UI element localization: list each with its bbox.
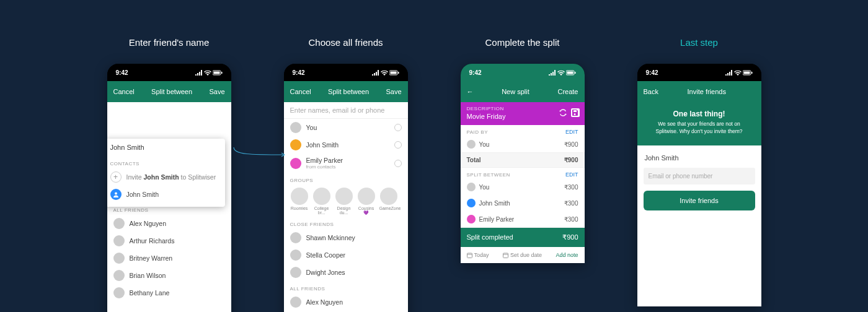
status-bar: 9:42 [637,64,761,81]
edit-split[interactable]: EDIT [565,171,578,178]
paid-by-header: PAID BY EDIT [461,125,585,136]
selected-person-row[interactable]: You [284,119,408,136]
svg-rect-16 [751,72,753,74]
nav-bar: New split Create [461,81,585,102]
split-completed-bar: Split completed ₹900 [461,228,585,247]
due-date[interactable]: Set due date [503,252,542,258]
split-row: Emily Parker ₹300 [461,211,585,228]
status-icons [372,70,399,76]
create-button[interactable]: Create [557,88,578,95]
phone-screen-4: 9:42 Back Invite friends One last thing!… [637,64,761,306]
selected-person-row[interactable]: Emily Parkerfrom contacts [284,154,408,173]
status-time: 9:42 [293,69,305,76]
nav-bar: Back Invite friends [637,81,761,102]
svg-rect-2 [221,72,223,74]
status-time: 9:42 [646,69,658,76]
nav-bar: Cancel Split between Save [284,81,408,102]
status-icons [725,70,753,76]
svg-point-3 [115,193,117,195]
caption-enter-name: Enter friend's name [129,37,210,48]
svg-rect-8 [567,71,573,74]
add-note[interactable]: Add note [556,252,578,258]
groups-row: Roomies College br... Design du... Cousi… [284,185,408,217]
friend-row[interactable]: Alex Nguyen [107,215,231,232]
status-time: 9:42 [469,69,482,76]
phone-screen-2: 9:42 Cancel Split between Save Enter nam… [284,64,408,312]
paid-by-row: You ₹900 [461,136,585,153]
cancel-button[interactable]: Cancel [290,88,311,95]
save-icon[interactable] [571,108,580,117]
split-row: John Smith ₹300 [461,195,585,211]
contacts-popup: John Smith CONTACTS + Invite John Smith … [107,139,225,207]
caption-last-step: Last step [680,37,718,48]
remove-icon[interactable] [394,160,402,167]
section-all-friends: ALL FRIENDS [284,281,408,293]
phone-screen-1: 9:42 Cancel Split between Save Shawn Mck… [107,64,231,312]
back-button[interactable] [467,88,474,95]
status-bar: 9:42 [284,64,408,81]
svg-rect-9 [575,72,576,74]
person-icon [110,189,122,200]
phone-screen-3: 9:42 New split Create DESCRIPTION Movie … [461,64,585,263]
contact-input[interactable]: Email or phone number [644,168,755,184]
friend-row[interactable]: Bethany Lane [107,284,231,301]
friend-row[interactable]: Dwight Jones [284,264,408,281]
group-item[interactable]: College br... [312,188,331,215]
search-input[interactable]: Enter names, email id or phone [284,102,408,119]
friend-row[interactable]: Stella Cooper [284,246,408,264]
svg-rect-12 [503,253,508,258]
remove-icon[interactable] [394,141,402,149]
save-button[interactable]: Save [386,88,401,95]
invite-friends-button[interactable]: Invite friends [644,191,755,210]
status-bar: 9:42 [461,64,585,81]
nav-title: New split [502,88,529,95]
status-time: 9:42 [116,69,128,76]
section-groups: GROUPS [284,173,408,185]
date-today[interactable]: Today [467,252,489,258]
split-row: You ₹300 [461,179,585,195]
group-item[interactable]: Cousins 💜 [357,188,376,215]
contact-match-row[interactable]: John Smith [107,186,225,203]
edit-paid-by[interactable]: EDIT [565,129,578,135]
status-icons [549,70,576,76]
friend-row[interactable]: Britney Warren [107,249,231,267]
svg-rect-10 [467,253,472,258]
selected-person-row[interactable]: John Smith [284,136,408,154]
remove-icon[interactable] [394,124,402,131]
svg-rect-15 [743,71,750,74]
footer-bar: Today Set due date Add note [461,247,585,263]
nav-title: Split between [328,88,369,95]
caption-complete-split: Complete the split [485,37,559,48]
description-field[interactable]: DESCRIPTION Movie Friday [461,102,585,125]
group-item[interactable]: Roomies [290,188,309,215]
nav-bar: Cancel Split between Save [107,81,231,102]
svg-rect-5 [390,71,396,74]
group-item[interactable]: Design du... [335,188,353,215]
svg-rect-6 [398,72,399,74]
status-bar: 9:42 [107,64,231,81]
invite-header: One last thing! We see that your friends… [637,102,761,145]
recurring-icon[interactable] [559,108,567,117]
person-icon [290,158,301,169]
svg-rect-1 [213,71,219,74]
friend-row[interactable]: Brian Wilson [107,267,231,284]
friend-row[interactable]: Arthur Richards [107,232,231,249]
status-icons [195,70,223,76]
invite-row[interactable]: + Invite John Smith to Splitwiser [107,168,225,186]
section-close-friends: CLOSE FRIENDS [284,217,408,229]
save-button[interactable]: Save [209,88,224,95]
group-item[interactable]: GameZone [379,188,398,215]
person-icon [290,139,301,150]
back-button[interactable]: Back [644,88,658,95]
total-row: Total ₹900 [461,153,585,168]
split-between-header: SPLIT BETWEEN EDIT [461,168,585,179]
cancel-button[interactable]: Cancel [113,88,135,95]
invite-name-label: John Smith [637,145,761,162]
friend-row[interactable]: Shawn Mckinney [284,229,408,246]
caption-choose-friends: Choose all friends [308,37,383,48]
section-contacts: CONTACTS [107,156,225,168]
friend-row[interactable]: Alex Nguyen [284,293,408,311]
nav-title: Split between [151,88,192,95]
nav-title: Invite friends [688,88,726,95]
search-input[interactable]: John Smith [107,139,225,156]
